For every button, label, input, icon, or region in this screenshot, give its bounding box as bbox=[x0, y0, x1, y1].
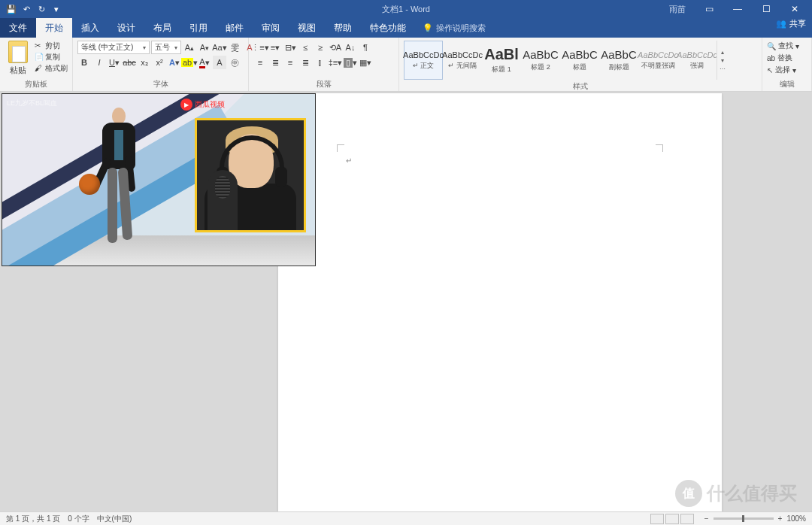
print-layout-button[interactable] bbox=[665, 514, 679, 524]
replace-button[interactable]: ab替换 bbox=[767, 53, 792, 63]
style-强调[interactable]: AaBbCcDc强调 bbox=[677, 41, 717, 80]
bold-button[interactable]: B bbox=[77, 56, 91, 69]
enclose-button[interactable]: ㊥ bbox=[228, 56, 241, 69]
highlight-button[interactable]: ab▾ bbox=[183, 56, 196, 69]
video-source: ▶西瓜视频 bbox=[180, 99, 225, 111]
style-preview: AaBbC bbox=[523, 48, 559, 61]
zoom-level[interactable]: 100% bbox=[786, 514, 806, 523]
font-family-select[interactable]: 等线 (中文正文)▾ bbox=[77, 41, 150, 54]
group-paragraph: ⋮≡▾ ≡▾ ⊟▾ ≤ ≥ ⟲A A↓ ¶ ≡ ≣ ≡ ≣ ⫿ ‡≡▾ ▯▾ ▦… bbox=[249, 38, 399, 91]
maximize-button[interactable]: ☐ bbox=[753, 0, 779, 18]
watermark: 值 什么值得买 bbox=[675, 480, 797, 507]
tab-home[interactable]: 开始 bbox=[36, 18, 72, 38]
video-main: LE九岁不BL喝血 ▶西瓜视频 bbox=[2, 94, 315, 266]
read-mode-button[interactable] bbox=[650, 514, 664, 524]
style-不明显强调[interactable]: AaBbCcDc不明显强调 bbox=[638, 41, 677, 80]
format-painter-button[interactable]: 格式刷 bbox=[35, 63, 68, 74]
cut-button[interactable]: 剪切 bbox=[35, 41, 68, 51]
web-layout-button[interactable] bbox=[680, 514, 694, 524]
styles-more-button[interactable]: ▴▾⋯ bbox=[717, 41, 727, 80]
grow-font-button[interactable]: A▴ bbox=[183, 41, 196, 54]
underline-button[interactable]: U▾ bbox=[108, 56, 121, 69]
document-title: 文档1 - Word bbox=[382, 4, 430, 15]
qat-more-icon[interactable]: ▾ bbox=[51, 4, 62, 14]
tab-help[interactable]: 帮助 bbox=[325, 18, 361, 38]
select-button[interactable]: ↖选择▾ bbox=[767, 65, 796, 75]
ribbon-options-icon[interactable]: ▭ bbox=[696, 0, 722, 18]
style-name: 副标题 bbox=[609, 62, 629, 72]
style-正文[interactable]: AaBbCcDc↵ 正文 bbox=[404, 41, 443, 80]
style-name: ↵ 正文 bbox=[413, 61, 435, 71]
zoom-slider[interactable] bbox=[714, 517, 774, 520]
page-count[interactable]: 第 1 页，共 1 页 bbox=[6, 514, 60, 524]
justify-button[interactable]: ≣ bbox=[298, 56, 312, 69]
tell-me[interactable]: 💡操作说明搜索 bbox=[415, 18, 493, 38]
style-无间隔[interactable]: AaBbCcDc↵ 无间隔 bbox=[443, 41, 482, 80]
tab-insert[interactable]: 插入 bbox=[72, 18, 108, 38]
tab-references[interactable]: 引用 bbox=[180, 18, 217, 38]
change-case-button[interactable]: Aa▾ bbox=[213, 41, 226, 54]
show-marks-button[interactable]: ¶ bbox=[359, 41, 372, 54]
italic-button[interactable]: I bbox=[92, 56, 106, 69]
minimize-button[interactable]: — bbox=[725, 0, 750, 18]
redo-icon[interactable]: ↻ bbox=[36, 4, 47, 14]
video-overlay[interactable]: LE九岁不BL喝血 ▶西瓜视频 bbox=[2, 93, 316, 266]
align-right-button[interactable]: ≡ bbox=[283, 56, 297, 69]
font-color-button[interactable]: A▾ bbox=[198, 56, 211, 69]
decrease-indent-button[interactable]: ≤ bbox=[298, 41, 312, 54]
undo-icon[interactable]: ↶ bbox=[21, 4, 32, 14]
style-标题 2[interactable]: AaBbC标题 2 bbox=[521, 41, 560, 80]
tab-special[interactable]: 特色功能 bbox=[361, 18, 415, 38]
page[interactable]: ↵ bbox=[278, 93, 722, 511]
phonetic-button[interactable]: 雯 bbox=[228, 41, 241, 54]
word-count[interactable]: 0 个字 bbox=[68, 514, 89, 524]
tab-review[interactable]: 审阅 bbox=[253, 18, 289, 38]
zoom-out-button[interactable]: − bbox=[704, 514, 709, 523]
view-buttons bbox=[650, 514, 694, 524]
subscript-button[interactable]: x₂ bbox=[138, 56, 151, 69]
zoom-in-button[interactable]: + bbox=[778, 514, 783, 523]
style-preview: AaBbCcDc bbox=[442, 50, 483, 59]
sort-button[interactable]: A↓ bbox=[344, 41, 357, 54]
style-标题 1[interactable]: AaBl标题 1 bbox=[482, 41, 521, 80]
text-direction-button[interactable]: ⟲A bbox=[329, 41, 342, 54]
share-button[interactable]: 👥共享 bbox=[776, 18, 806, 29]
borders-button[interactable]: ▦▾ bbox=[359, 56, 372, 69]
language[interactable]: 中文(中国) bbox=[97, 514, 132, 524]
paste-icon bbox=[8, 41, 28, 63]
style-标题[interactable]: AaBbC标题 bbox=[560, 41, 599, 80]
strikethrough-button[interactable]: abc bbox=[123, 56, 136, 69]
user-name[interactable]: 雨苗 bbox=[669, 4, 686, 15]
numbering-button[interactable]: ≡▾ bbox=[268, 41, 282, 54]
close-button[interactable]: ✕ bbox=[782, 0, 807, 18]
style-preview: AaBbCcDc bbox=[638, 50, 678, 59]
tab-view[interactable]: 视图 bbox=[289, 18, 325, 38]
multilevel-button[interactable]: ⊟▾ bbox=[283, 41, 297, 54]
group-font: 等线 (中文正文)▾ 五号▾ A▴ A▾ Aa▾ 雯 A B I U▾ abc … bbox=[73, 38, 249, 91]
style-preview: AaBl bbox=[484, 46, 519, 63]
align-left-button[interactable]: ≡ bbox=[253, 56, 267, 69]
paste-button[interactable]: 粘贴 bbox=[5, 41, 32, 76]
copy-button[interactable]: 复制 bbox=[35, 52, 68, 62]
increase-indent-button[interactable]: ≥ bbox=[314, 41, 327, 54]
document-area[interactable]: ↵ LE九岁不BL喝血 ▶西瓜视频 bbox=[0, 92, 812, 511]
tab-file[interactable]: 文件 bbox=[0, 18, 36, 38]
line-spacing-button[interactable]: ‡≡▾ bbox=[329, 56, 342, 69]
replace-icon: ab bbox=[767, 54, 775, 62]
shrink-font-button[interactable]: A▾ bbox=[198, 41, 211, 54]
group-label: 段落 bbox=[253, 77, 394, 91]
tab-design[interactable]: 设计 bbox=[108, 18, 144, 38]
tab-mail[interactable]: 邮件 bbox=[217, 18, 253, 38]
align-center-button[interactable]: ≣ bbox=[268, 56, 282, 69]
text-effects-button[interactable]: A▾ bbox=[168, 56, 181, 69]
shading-button[interactable]: ▯▾ bbox=[344, 56, 357, 69]
distribute-button[interactable]: ⫿ bbox=[314, 56, 327, 69]
save-icon[interactable]: 💾 bbox=[6, 4, 17, 14]
tab-layout[interactable]: 布局 bbox=[144, 18, 180, 38]
superscript-button[interactable]: x² bbox=[153, 56, 166, 69]
style-副标题[interactable]: AaBbC副标题 bbox=[599, 41, 638, 80]
char-shading-button[interactable]: A bbox=[213, 56, 226, 69]
bullets-button[interactable]: ⋮≡▾ bbox=[253, 41, 267, 54]
font-size-select[interactable]: 五号▾ bbox=[151, 41, 181, 54]
find-button[interactable]: 🔍查找▾ bbox=[767, 41, 799, 51]
